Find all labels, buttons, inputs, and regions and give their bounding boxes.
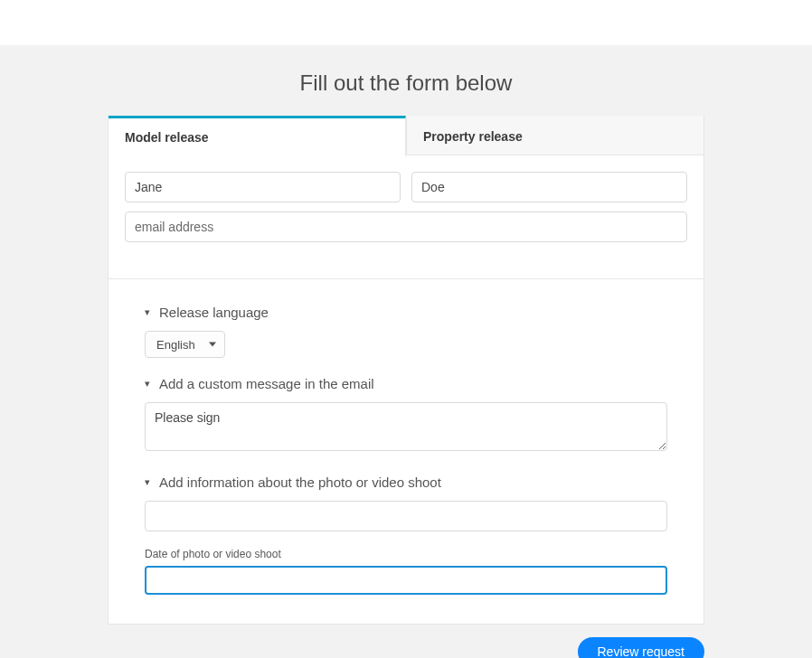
section-header-info[interactable]: ▾ Add information about the photo or vid… [145,475,667,490]
section-title-language: Release language [159,305,269,320]
collapsible-sections: ▾ Release language English ▾ Add a custo… [125,279,687,624]
first-name-input[interactable] [125,172,401,202]
footer-actions: Review request [108,637,704,658]
section-title-message: Add a custom message in the email [159,376,374,391]
tab-property-release[interactable]: Property release [406,116,703,155]
last-name-input[interactable] [411,172,687,202]
review-request-button[interactable]: Review request [578,637,705,658]
form-panel: Model release Property release ▾ Release… [108,116,704,625]
chevron-down-icon: ▾ [145,476,154,488]
tab-property-release-label: Property release [423,129,523,144]
section-header-language[interactable]: ▾ Release language [145,305,667,320]
custom-message-textarea[interactable] [145,402,667,451]
tabs: Model release Property release [109,116,703,155]
chevron-down-icon: ▾ [145,378,154,390]
language-select[interactable]: English [145,331,225,358]
page-title: Fill out the form below [0,45,812,116]
tab-model-release[interactable]: Model release [109,116,406,155]
shoot-info-input[interactable] [145,501,667,531]
form-body: ▾ Release language English ▾ Add a custo… [109,155,703,624]
section-header-message[interactable]: ▾ Add a custom message in the email [145,376,667,391]
shoot-date-input[interactable] [145,566,667,595]
date-label: Date of photo or video shoot [145,548,667,560]
chevron-down-icon: ▾ [145,306,154,318]
email-input[interactable] [125,212,687,242]
section-title-info: Add information about the photo or video… [159,475,441,490]
tab-model-release-label: Model release [125,130,209,145]
